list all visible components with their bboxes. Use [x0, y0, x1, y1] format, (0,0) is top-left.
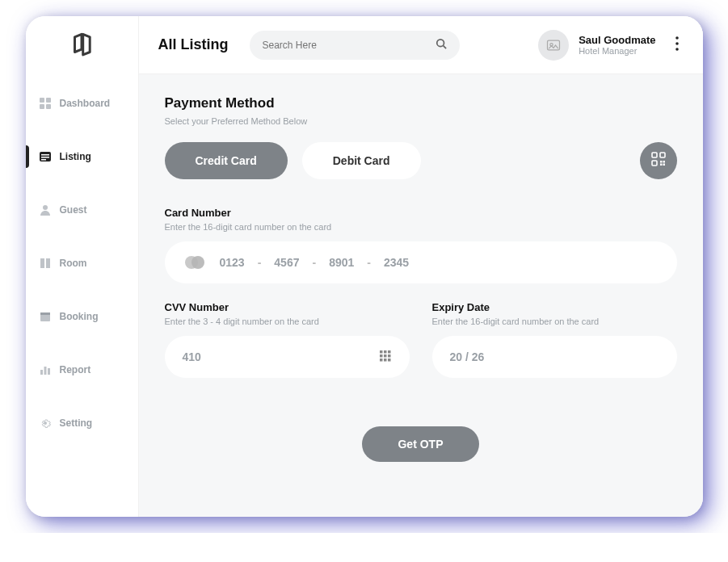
- logo: [26, 16, 138, 74]
- sidebar: Dashboard Listing Guest Room: [26, 16, 139, 517]
- mastercard-icon: [183, 254, 207, 271]
- sidebar-item-label: Report: [60, 364, 91, 375]
- cvv-input[interactable]: 410: [165, 336, 410, 378]
- svg-rect-28: [660, 164, 663, 166]
- svg-rect-32: [380, 350, 383, 354]
- payment-subtitle: Select your Preferred Method Below: [165, 116, 677, 126]
- card-number-hint: Enter the 16-digit card number on the ca…: [165, 222, 677, 232]
- sidebar-item-label: Booking: [60, 311, 99, 322]
- payment-title: Payment Method: [165, 95, 677, 111]
- expiry-value: 20 / 26: [450, 350, 485, 363]
- card-group-1: 0123: [220, 256, 245, 269]
- method-row: Credit Card Debit Card: [165, 142, 677, 179]
- card-group-2: 4567: [274, 256, 299, 269]
- svg-rect-27: [663, 164, 665, 166]
- search-box[interactable]: [250, 31, 460, 60]
- report-icon: [39, 363, 52, 376]
- more-icon[interactable]: [671, 31, 684, 59]
- svg-rect-26: [660, 161, 663, 163]
- svg-rect-38: [380, 359, 383, 362]
- cvv-block: CVV Number Enter the 3 - 4 digit number …: [165, 301, 410, 378]
- svg-rect-35: [380, 354, 383, 358]
- sidebar-item-guest[interactable]: Guest: [26, 192, 138, 228]
- svg-rect-37: [388, 354, 391, 358]
- user-name: Saul Goodmate: [579, 34, 655, 46]
- sidebar-item-label: Room: [60, 258, 87, 269]
- sidebar-item-listing[interactable]: Listing: [26, 139, 138, 174]
- svg-rect-40: [388, 359, 391, 362]
- svg-point-21: [675, 42, 679, 45]
- card-number-input[interactable]: 0123 - 4567 - 8901 - 2345: [165, 241, 677, 283]
- svg-point-22: [675, 48, 679, 51]
- expiry-block: Expiry Date Enter the 16-digit card numb…: [432, 301, 677, 378]
- get-otp-button[interactable]: Get OTP: [362, 426, 478, 462]
- svg-point-16: [436, 39, 444, 46]
- svg-rect-23: [652, 153, 657, 157]
- card-group-4: 2345: [384, 256, 409, 269]
- card-number-block: Card Number Enter the 16-digit card numb…: [165, 207, 677, 283]
- cvv-label: CVV Number: [165, 301, 410, 313]
- qr-icon: [650, 151, 667, 170]
- svg-rect-3: [46, 104, 51, 109]
- main-area: All Listing Saul Goodmate Hotel Manager: [139, 16, 703, 517]
- cvv-value: 410: [183, 350, 201, 363]
- svg-rect-6: [41, 157, 49, 158]
- gear-icon: [39, 417, 52, 430]
- svg-rect-33: [384, 350, 387, 354]
- booking-icon: [39, 310, 52, 323]
- svg-line-17: [443, 45, 446, 48]
- svg-rect-36: [384, 354, 387, 358]
- svg-rect-25: [652, 161, 657, 166]
- search-input[interactable]: [263, 40, 436, 51]
- keypad-icon: [379, 350, 392, 365]
- user-role: Hotel Manager: [579, 46, 655, 56]
- search-icon: [436, 38, 447, 52]
- sidebar-item-dashboard[interactable]: Dashboard: [26, 86, 138, 121]
- svg-rect-39: [384, 359, 387, 362]
- svg-rect-29: [663, 161, 665, 163]
- credit-card-chip[interactable]: Credit Card: [165, 142, 288, 179]
- svg-rect-24: [660, 153, 665, 157]
- expiry-label: Expiry Date: [432, 301, 677, 313]
- qr-button[interactable]: [640, 142, 677, 179]
- sidebar-item-label: Setting: [60, 417, 93, 429]
- guest-icon: [39, 203, 52, 216]
- svg-rect-34: [388, 350, 391, 354]
- profile[interactable]: Saul Goodmate Hotel Manager: [538, 30, 655, 61]
- content: Payment Method Select your Preferred Met…: [139, 74, 703, 517]
- debit-card-chip[interactable]: Debit Card: [302, 142, 421, 179]
- sidebar-nav: Dashboard Listing Guest Room: [26, 74, 138, 459]
- svg-rect-12: [40, 312, 50, 315]
- otp-row: Get OTP: [165, 426, 677, 462]
- cvv-expiry-row: CVV Number Enter the 3 - 4 digit number …: [165, 301, 677, 396]
- page-title: All Listing: [158, 36, 229, 53]
- svg-rect-14: [44, 367, 46, 375]
- cvv-hint: Enter the 3 - 4 digit number on the card: [165, 317, 410, 326]
- svg-rect-2: [40, 104, 44, 109]
- expiry-input[interactable]: 20 / 26: [432, 336, 677, 378]
- sidebar-item-label: Listing: [60, 151, 91, 162]
- sidebar-item-label: Guest: [60, 204, 87, 216]
- topbar: All Listing Saul Goodmate Hotel Manager: [139, 16, 703, 74]
- room-icon: [39, 257, 52, 270]
- svg-point-31: [191, 256, 204, 269]
- svg-rect-5: [41, 154, 49, 156]
- svg-rect-15: [48, 368, 50, 375]
- card-group-3: 8901: [329, 256, 354, 269]
- sidebar-item-report[interactable]: Report: [26, 352, 138, 388]
- sidebar-item-room[interactable]: Room: [26, 245, 138, 281]
- svg-point-8: [43, 205, 48, 210]
- svg-rect-10: [46, 258, 50, 268]
- svg-rect-0: [40, 98, 44, 103]
- listing-icon: [39, 150, 52, 163]
- card-number-label: Card Number: [165, 207, 677, 219]
- sidebar-item-setting[interactable]: Setting: [26, 405, 138, 441]
- sidebar-item-booking[interactable]: Booking: [26, 299, 138, 334]
- svg-rect-13: [40, 370, 43, 375]
- svg-rect-7: [41, 159, 46, 161]
- svg-rect-9: [40, 258, 44, 268]
- svg-rect-1: [46, 98, 51, 103]
- sidebar-item-label: Dashboard: [60, 98, 111, 109]
- expiry-hint: Enter the 16-digit card number on the ca…: [432, 317, 677, 326]
- avatar: [538, 30, 569, 61]
